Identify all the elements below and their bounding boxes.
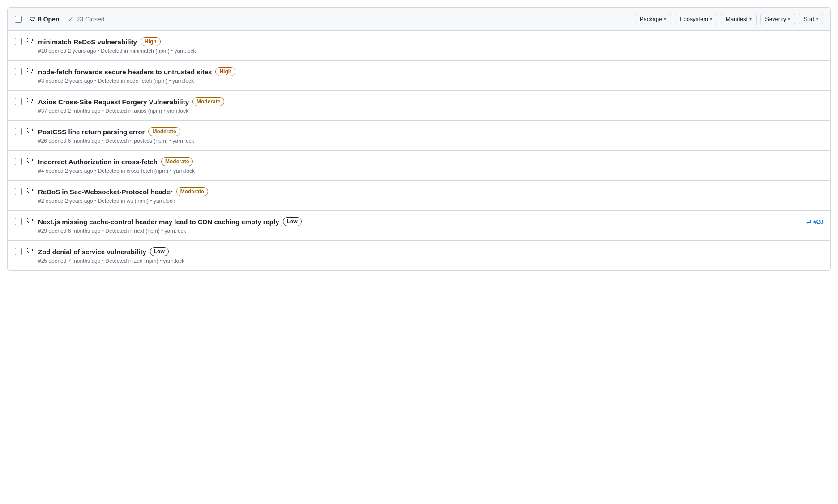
toolbar-left: 🛡 8 Open ✓ 23 Closed bbox=[15, 14, 631, 25]
pr-link[interactable]: ⇄ #28 bbox=[806, 218, 823, 225]
alert-meta: #2 opened 2 years ago • Detected in ws (… bbox=[38, 198, 819, 204]
alert-title-row: Incorrect Authorization in cross-fetch M… bbox=[38, 157, 819, 166]
severity-badge: Moderate bbox=[192, 97, 224, 106]
alerts-list: 🛡 minimatch ReDoS vulnerability High #10… bbox=[8, 31, 830, 270]
row-checkbox[interactable] bbox=[15, 188, 22, 195]
ecosystem-filter-label: Ecosystem bbox=[680, 16, 708, 22]
table-row: 🛡 Axios Cross-Site Request Forgery Vulne… bbox=[8, 91, 830, 121]
alert-title[interactable]: Incorrect Authorization in cross-fetch bbox=[38, 158, 158, 166]
table-row: 🛡 Zod denial of service vulnerability Lo… bbox=[8, 241, 830, 270]
row-checkbox[interactable] bbox=[15, 38, 22, 45]
manifest-chevron-icon: ▾ bbox=[749, 17, 752, 21]
ecosystem-chevron-icon: ▾ bbox=[710, 17, 712, 21]
alert-content: PostCSS line return parsing error Modera… bbox=[38, 127, 819, 144]
table-row: 🛡 Next.js missing cache-control header m… bbox=[8, 211, 830, 241]
table-row: 🛡 minimatch ReDoS vulnerability High #10… bbox=[8, 31, 830, 61]
row-checkbox[interactable] bbox=[15, 218, 22, 225]
alert-meta: #4 opened 2 years ago • Detected in cros… bbox=[38, 168, 819, 174]
alert-content: Zod denial of service vulnerability Low … bbox=[38, 247, 819, 264]
alert-title[interactable]: Axios Cross-Site Request Forgery Vulnera… bbox=[38, 98, 189, 106]
alert-meta: #10 opened 2 years ago • Detected in min… bbox=[38, 48, 819, 54]
check-icon: ✓ bbox=[68, 16, 73, 23]
alerts-container: 🛡 8 Open ✓ 23 Closed Package ▾ Ecosystem… bbox=[7, 7, 831, 271]
alert-title-row: minimatch ReDoS vulnerability High bbox=[38, 37, 819, 46]
alert-meta: #25 opened 7 months ago • Detected in zo… bbox=[38, 258, 819, 264]
alert-title[interactable]: minimatch ReDoS vulnerability bbox=[38, 38, 137, 46]
alert-title-row: ReDoS in Sec-Websocket-Protocol header M… bbox=[38, 187, 819, 196]
closed-count-label: 23 Closed bbox=[76, 16, 104, 23]
alert-title[interactable]: node-fetch forwards secure headers to un… bbox=[38, 68, 212, 76]
severity-badge: Low bbox=[150, 247, 169, 256]
row-checkbox[interactable] bbox=[15, 128, 22, 135]
sort-button[interactable]: Sort ▾ bbox=[799, 13, 823, 25]
shield-icon: 🛡 bbox=[26, 98, 34, 106]
alert-meta: #29 opened 6 months ago • Detected in ne… bbox=[38, 228, 802, 234]
sort-chevron-icon: ▾ bbox=[816, 17, 818, 21]
alert-title-row: PostCSS line return parsing error Modera… bbox=[38, 127, 819, 136]
row-checkbox[interactable] bbox=[15, 68, 22, 75]
table-row: 🛡 node-fetch forwards secure headers to … bbox=[8, 61, 830, 91]
alert-content: Axios Cross-Site Request Forgery Vulnera… bbox=[38, 97, 819, 114]
alert-content: Next.js missing cache-control header may… bbox=[38, 217, 802, 234]
table-row: 🛡 ReDoS in Sec-Websocket-Protocol header… bbox=[8, 181, 830, 211]
alert-content: ReDoS in Sec-Websocket-Protocol header M… bbox=[38, 187, 819, 204]
alert-content: minimatch ReDoS vulnerability High #10 o… bbox=[38, 37, 819, 54]
severity-badge: High bbox=[215, 67, 235, 76]
toolbar: 🛡 8 Open ✓ 23 Closed Package ▾ Ecosystem… bbox=[8, 8, 830, 31]
severity-chevron-icon: ▾ bbox=[788, 17, 790, 21]
alert-title-row: Next.js missing cache-control header may… bbox=[38, 217, 802, 226]
alert-meta: #37 opened 2 months ago • Detected in ax… bbox=[38, 108, 819, 114]
alert-title[interactable]: Next.js missing cache-control header may… bbox=[38, 218, 279, 226]
alert-title[interactable]: PostCSS line return parsing error bbox=[38, 128, 145, 136]
alert-meta: #3 opened 2 years ago • Detected in node… bbox=[38, 78, 819, 84]
toolbar-right: Package ▾ Ecosystem ▾ Manifest ▾ Severit… bbox=[635, 13, 823, 25]
alert-title-row: Zod denial of service vulnerability Low bbox=[38, 247, 819, 256]
shield-icon: 🛡 bbox=[26, 128, 34, 136]
closed-status-button[interactable]: ✓ 23 Closed bbox=[64, 14, 108, 25]
severity-badge: Low bbox=[283, 217, 302, 226]
ecosystem-filter-button[interactable]: Ecosystem ▾ bbox=[675, 13, 717, 25]
alert-meta: #26 opened 6 months ago • Detected in po… bbox=[38, 138, 819, 144]
severity-filter-button[interactable]: Severity ▾ bbox=[760, 13, 795, 25]
alert-title[interactable]: Zod denial of service vulnerability bbox=[38, 248, 146, 256]
shield-icon: 🛡 bbox=[26, 248, 34, 256]
package-filter-label: Package bbox=[640, 16, 663, 22]
manifest-filter-label: Manifest bbox=[726, 16, 748, 22]
select-all-checkbox[interactable] bbox=[15, 16, 22, 23]
row-checkbox[interactable] bbox=[15, 158, 22, 165]
alert-content: Incorrect Authorization in cross-fetch M… bbox=[38, 157, 819, 174]
severity-filter-label: Severity bbox=[765, 16, 786, 22]
shield-icon: 🛡 bbox=[26, 38, 34, 46]
row-checkbox[interactable] bbox=[15, 98, 22, 105]
open-status-button[interactable]: 🛡 8 Open bbox=[26, 14, 63, 25]
shield-icon: 🛡 bbox=[26, 188, 34, 196]
pr-icon: ⇄ bbox=[806, 218, 812, 225]
alert-title-row: node-fetch forwards secure headers to un… bbox=[38, 67, 819, 76]
shield-icon: 🛡 bbox=[26, 158, 34, 166]
pr-number: #28 bbox=[813, 218, 823, 225]
table-row: 🛡 PostCSS line return parsing error Mode… bbox=[8, 121, 830, 151]
severity-badge: Moderate bbox=[148, 127, 180, 136]
sort-label: Sort bbox=[804, 16, 814, 22]
alert-title[interactable]: ReDoS in Sec-Websocket-Protocol header bbox=[38, 188, 173, 196]
package-filter-button[interactable]: Package ▾ bbox=[635, 13, 671, 25]
shield-open-icon: 🛡 bbox=[29, 16, 35, 23]
open-count-label: 8 Open bbox=[38, 16, 59, 23]
shield-icon: 🛡 bbox=[26, 218, 34, 226]
manifest-filter-button[interactable]: Manifest ▾ bbox=[721, 13, 757, 25]
package-chevron-icon: ▾ bbox=[664, 17, 666, 21]
severity-badge: Moderate bbox=[161, 157, 193, 166]
row-checkbox[interactable] bbox=[15, 248, 22, 255]
alert-content: node-fetch forwards secure headers to un… bbox=[38, 67, 819, 84]
shield-icon: 🛡 bbox=[26, 68, 34, 76]
table-row: 🛡 Incorrect Authorization in cross-fetch… bbox=[8, 151, 830, 181]
alert-right: ⇄ #28 bbox=[806, 218, 823, 225]
severity-badge: High bbox=[141, 37, 161, 46]
severity-badge: Moderate bbox=[176, 187, 208, 196]
alert-title-row: Axios Cross-Site Request Forgery Vulnera… bbox=[38, 97, 819, 106]
